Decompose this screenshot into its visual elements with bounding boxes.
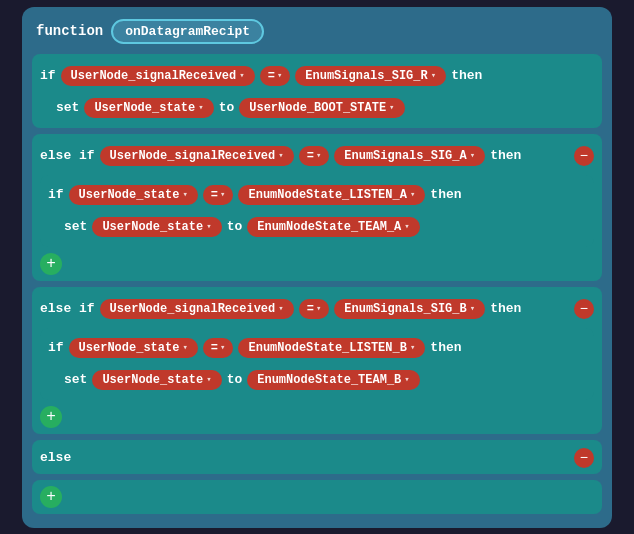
- listen-a-pill[interactable]: EnumNodeState_LISTEN_A ▾: [238, 185, 425, 205]
- chevron-icon-11: ▾: [278, 303, 283, 314]
- if-keyword-1: if: [40, 68, 56, 83]
- to-keyword-1: to: [219, 100, 235, 115]
- nested-then-keyword-1: then: [430, 187, 461, 202]
- nested-set-row-1: set UserNode_state ▾ to EnumNodeState_TE…: [48, 213, 586, 241]
- nested-set-keyword-2: set: [64, 372, 87, 387]
- function-container: function onDatagramRecipt if UserNode_si…: [22, 7, 612, 528]
- else-keyword: else: [40, 450, 71, 465]
- add-row-1: +: [40, 253, 594, 275]
- nested-set-row-2: set UserNode_state ▾ to EnumNodeState_TE…: [48, 366, 586, 394]
- then-keyword-1: then: [451, 68, 482, 83]
- bottom-add-row: +: [32, 480, 602, 514]
- chevron-icon-7: ▾: [182, 189, 187, 200]
- chevron-icon-15: ▾: [206, 374, 211, 385]
- state-pill-1[interactable]: UserNode_state ▾: [84, 98, 213, 118]
- chevron-icon-4: ▾: [389, 102, 394, 113]
- set-keyword-1: set: [56, 100, 79, 115]
- op-pill-2[interactable]: = ▾: [299, 146, 330, 166]
- nested-if-block-2: if UserNode_state ▾ = ▾ EnumNodeState_LI…: [40, 328, 594, 400]
- chevron-icon-12: ▾: [470, 303, 475, 314]
- op-pill-3[interactable]: = ▾: [203, 185, 234, 205]
- listen-b-pill[interactable]: EnumNodeState_LISTEN_B ▾: [238, 338, 425, 358]
- else-if-block-1: else if UserNode_signalReceived ▾ = ▾ En…: [32, 134, 602, 281]
- signal-received-pill-1[interactable]: UserNode_signalReceived ▾: [61, 66, 255, 86]
- chevron-icon-8: ▾: [410, 189, 415, 200]
- function-keyword: function: [36, 23, 103, 39]
- chevron-icon-14: ▾: [410, 342, 415, 353]
- else-if-keyword-2: else if: [40, 301, 95, 316]
- else-block: else −: [32, 440, 602, 474]
- enum-sig-r-pill[interactable]: EnumSignals_SIG_R ▾: [295, 66, 446, 86]
- nested-if-block-1: if UserNode_state ▾ = ▾ EnumNodeState_LI…: [40, 175, 594, 247]
- nested-if-keyword-2: if: [48, 340, 64, 355]
- chevron-icon-16: ▾: [404, 374, 409, 385]
- then-keyword-3: then: [490, 301, 521, 316]
- add-row-2: +: [40, 406, 594, 428]
- chevron-icon-1: ▾: [239, 70, 244, 81]
- minus-button-1[interactable]: −: [574, 146, 594, 166]
- function-name-pill[interactable]: onDatagramRecipt: [111, 19, 264, 44]
- chevron-icon-9: ▾: [206, 221, 211, 232]
- node-state-set-pill-2[interactable]: UserNode_state ▾: [92, 370, 221, 390]
- chevron-icon-3: ▾: [198, 102, 203, 113]
- nested-to-keyword-2: to: [227, 372, 243, 387]
- function-header: function onDatagramRecipt: [32, 19, 602, 44]
- chevron-icon-6: ▾: [470, 150, 475, 161]
- team-b-pill[interactable]: EnumNodeState_TEAM_B ▾: [247, 370, 419, 390]
- else-if-row-2: else if UserNode_signalReceived ▾ = ▾ En…: [40, 295, 594, 323]
- plus-button-2[interactable]: +: [40, 406, 62, 428]
- else-if-block-2: else if UserNode_signalReceived ▾ = ▾ En…: [32, 287, 602, 434]
- minus-button-2[interactable]: −: [574, 299, 594, 319]
- nested-then-keyword-2: then: [430, 340, 461, 355]
- else-if-keyword-1: else if: [40, 148, 95, 163]
- node-state-pill-1[interactable]: UserNode_state ▾: [69, 185, 198, 205]
- team-a-pill[interactable]: EnumNodeState_TEAM_A ▾: [247, 217, 419, 237]
- boot-state-pill[interactable]: UserNode_BOOT_STATE ▾: [239, 98, 404, 118]
- nested-if-row-2: if UserNode_state ▾ = ▾ EnumNodeState_LI…: [48, 334, 586, 362]
- else-if-row-1: else if UserNode_signalReceived ▾ = ▾ En…: [40, 142, 594, 170]
- chevron-icon-op-3: ▾: [220, 189, 225, 200]
- signal-received-pill-2[interactable]: UserNode_signalReceived ▾: [100, 146, 294, 166]
- plus-button-1[interactable]: +: [40, 253, 62, 275]
- node-state-pill-2[interactable]: UserNode_state ▾: [69, 338, 198, 358]
- minus-button-else[interactable]: −: [574, 448, 594, 468]
- nested-to-keyword-1: to: [227, 219, 243, 234]
- enum-sig-a-pill[interactable]: EnumSignals_SIG_A ▾: [334, 146, 485, 166]
- op-pill-4[interactable]: = ▾: [299, 299, 330, 319]
- chevron-icon-op-2: ▾: [316, 150, 321, 161]
- chevron-icon-op-5: ▾: [220, 342, 225, 353]
- op-pill-5[interactable]: = ▾: [203, 338, 234, 358]
- chevron-icon-10: ▾: [404, 221, 409, 232]
- enum-sig-b-pill[interactable]: EnumSignals_SIG_B ▾: [334, 299, 485, 319]
- nested-set-keyword-1: set: [64, 219, 87, 234]
- then-keyword-2: then: [490, 148, 521, 163]
- node-state-set-pill-1[interactable]: UserNode_state ▾: [92, 217, 221, 237]
- chevron-icon-5: ▾: [278, 150, 283, 161]
- chevron-icon-op-1: ▾: [277, 70, 282, 81]
- set-row-1: set UserNode_state ▾ to UserNode_BOOT_ST…: [40, 94, 594, 122]
- chevron-icon-op-4: ▾: [316, 303, 321, 314]
- if-row-1: if UserNode_signalReceived ▾ = ▾ EnumSig…: [40, 62, 594, 90]
- chevron-icon-2: ▾: [431, 70, 436, 81]
- if-block-1: if UserNode_signalReceived ▾ = ▾ EnumSig…: [32, 54, 602, 128]
- plus-button-bottom[interactable]: +: [40, 486, 62, 508]
- signal-received-pill-3[interactable]: UserNode_signalReceived ▾: [100, 299, 294, 319]
- nested-if-row-1: if UserNode_state ▾ = ▾ EnumNodeState_LI…: [48, 181, 586, 209]
- nested-if-keyword-1: if: [48, 187, 64, 202]
- chevron-icon-13: ▾: [182, 342, 187, 353]
- op-pill-1[interactable]: = ▾: [260, 66, 291, 86]
